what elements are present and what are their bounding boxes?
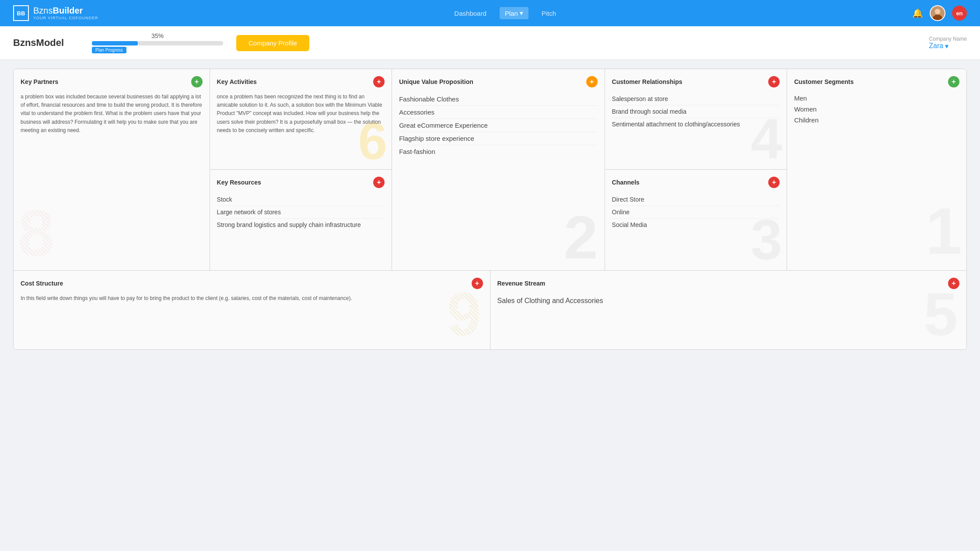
uvp-item-accessories: Accessories bbox=[399, 106, 597, 119]
notification-icon[interactable]: 🔔 bbox=[912, 8, 923, 18]
key-activities-header: Key Activities + bbox=[217, 76, 385, 87]
chevron-down-icon: ▾ bbox=[945, 42, 948, 50]
cs-item-men: Men bbox=[794, 93, 959, 104]
progress-bar-wrap bbox=[92, 41, 223, 45]
key-partners-cell: Key Partners + a problem box was include… bbox=[14, 69, 210, 270]
cr-channels-stack: Customer Relationships + Salesperson at … bbox=[605, 69, 788, 270]
key-activities-cell: Key Activities + once a problem has been… bbox=[210, 69, 392, 170]
revenue-stream-add-button[interactable]: + bbox=[948, 278, 959, 289]
key-partners-header: Key Partners + bbox=[21, 76, 203, 87]
key-resources-item-stores: Large network of stores bbox=[217, 206, 385, 219]
cr-items: Salesperson at store Brand through socia… bbox=[612, 93, 780, 130]
key-partners-body: a problem box was included because sever… bbox=[21, 93, 203, 135]
channels-title: Channels bbox=[612, 179, 640, 186]
uvp-item-fastfashion: Fast-fashion bbox=[399, 145, 597, 158]
progress-label: Plan Progress bbox=[92, 47, 126, 53]
activities-resources-stack: Key Activities + once a problem has been… bbox=[210, 69, 392, 270]
revenue-stream-items: Sales of Clothing and Accessories bbox=[497, 294, 960, 307]
key-resources-title: Key Resources bbox=[217, 179, 261, 186]
logo-text: BznsBuilder bbox=[33, 6, 98, 15]
logo-sub: YOUR VIRTUAL COFOUNDER bbox=[33, 16, 98, 20]
header-bar: BznsModel 35% Plan Progress Company Prof… bbox=[0, 26, 980, 60]
key-partners-add-button[interactable]: + bbox=[191, 76, 203, 87]
bm-top-row: Key Partners + a problem box was include… bbox=[14, 69, 966, 271]
canvas-wrapper: Key Partners + a problem box was include… bbox=[0, 60, 980, 359]
watermark-2: 2 bbox=[564, 207, 598, 268]
nav-pitch[interactable]: Pitch bbox=[537, 7, 560, 19]
uvp-item-fashionable: Fashionable Clothes bbox=[399, 93, 597, 106]
cr-item-social: Brand through social media bbox=[612, 105, 780, 118]
customer-relationships-cell: Customer Relationships + Salesperson at … bbox=[605, 69, 787, 170]
canvas-grid: Key Partners + a problem box was include… bbox=[13, 69, 967, 350]
uvp-items: Fashionable Clothes Accessories Great eC… bbox=[399, 93, 597, 158]
cs-item-children: Children bbox=[794, 115, 959, 126]
navbar-center: Dashboard Plan ▾ Pitch bbox=[450, 7, 560, 19]
uvp-cell: Unique Value Proposition + Fashionable C… bbox=[392, 69, 605, 270]
lang-badge[interactable]: en bbox=[952, 6, 967, 21]
progress-pct: 35% bbox=[92, 32, 223, 39]
page-title: BznsModel bbox=[13, 37, 79, 49]
cr-header: Customer Relationships + bbox=[612, 76, 780, 87]
cs-add-button[interactable]: + bbox=[948, 76, 959, 87]
uvp-header: Unique Value Proposition + bbox=[399, 76, 597, 87]
key-resources-cell: Key Resources + Stock Large network of s… bbox=[210, 170, 392, 270]
uvp-item-ecommerce: Great eCommerce Experience bbox=[399, 119, 597, 132]
nav-dashboard[interactable]: Dashboard bbox=[450, 7, 490, 19]
logo-initials: BB bbox=[13, 5, 29, 21]
cr-item-sentimental: Sentimental attachment to clothing/acces… bbox=[612, 118, 780, 130]
cost-structure-add-button[interactable]: + bbox=[472, 278, 483, 289]
key-activities-body: once a problem has been recognized the n… bbox=[217, 93, 385, 135]
cr-item-salesperson: Salesperson at store bbox=[612, 93, 780, 105]
watermark-8: 8 bbox=[18, 200, 54, 266]
company-name-value[interactable]: Zara ▾ bbox=[929, 42, 967, 50]
avatar[interactable] bbox=[930, 5, 945, 21]
revenue-stream-header: Revenue Stream + bbox=[497, 278, 960, 289]
navbar-right: 🔔 en bbox=[912, 5, 967, 21]
cr-title: Customer Relationships bbox=[612, 78, 682, 85]
key-resources-add-button[interactable]: + bbox=[373, 177, 385, 188]
watermark-9: 9 bbox=[447, 284, 481, 345]
revenue-item-sales: Sales of Clothing and Accessories bbox=[497, 294, 960, 307]
nav-plan[interactable]: Plan ▾ bbox=[500, 7, 528, 19]
channels-item-social: Social Media bbox=[612, 219, 780, 231]
cost-structure-title: Cost Structure bbox=[21, 280, 63, 287]
company-name-label: Company Name bbox=[929, 36, 967, 42]
progress-section: 35% Plan Progress bbox=[92, 32, 223, 53]
channels-item-online: Online bbox=[612, 206, 780, 219]
uvp-add-button[interactable]: + bbox=[586, 76, 598, 87]
progress-bar-fill bbox=[92, 41, 138, 45]
uvp-item-flagship: Flagship store experience bbox=[399, 132, 597, 145]
key-activities-add-button[interactable]: + bbox=[373, 76, 385, 87]
key-activities-title: Key Activities bbox=[217, 78, 257, 85]
revenue-stream-title: Revenue Stream bbox=[497, 280, 546, 287]
bm-bottom-row: Cost Structure + In this field write dow… bbox=[14, 271, 966, 349]
channels-item-direct: Direct Store bbox=[612, 193, 780, 206]
cost-structure-header: Cost Structure + bbox=[21, 278, 483, 289]
uvp-title: Unique Value Proposition bbox=[399, 78, 473, 85]
cost-structure-cell: Cost Structure + In this field write dow… bbox=[14, 271, 490, 349]
navbar-left: BB BznsBuilder YOUR VIRTUAL COFOUNDER bbox=[13, 5, 98, 21]
company-name-section: Company Name Zara ▾ bbox=[929, 36, 967, 50]
cr-add-button[interactable]: + bbox=[768, 76, 780, 87]
cs-header: Customer Segments + bbox=[794, 76, 959, 87]
customer-segments-cell: Customer Segments + Men Women Children 1 bbox=[787, 69, 966, 270]
watermark-5: 5 bbox=[924, 284, 958, 345]
channels-header: Channels + bbox=[612, 177, 780, 188]
cost-structure-body: In this field write down things you will… bbox=[21, 294, 483, 303]
watermark-1: 1 bbox=[926, 198, 962, 264]
channels-items: Direct Store Online Social Media bbox=[612, 193, 780, 231]
revenue-stream-cell: Revenue Stream + Sales of Clothing and A… bbox=[490, 271, 967, 349]
key-resources-items: Stock Large network of stores Strong bra… bbox=[217, 193, 385, 231]
key-resources-header: Key Resources + bbox=[217, 177, 385, 188]
cs-title: Customer Segments bbox=[794, 78, 854, 85]
key-resources-item-logistics: Strong brand logistics and supply chain … bbox=[217, 219, 385, 231]
cs-items: Men Women Children bbox=[794, 93, 959, 126]
key-resources-item-stock: Stock bbox=[217, 193, 385, 206]
channels-cell: Channels + Direct Store Online Social Me… bbox=[605, 170, 787, 270]
cs-item-women: Women bbox=[794, 104, 959, 115]
logo-brand-wrap: BznsBuilder YOUR VIRTUAL COFOUNDER bbox=[33, 6, 98, 20]
key-partners-title: Key Partners bbox=[21, 78, 58, 85]
company-profile-button[interactable]: Company Profile bbox=[236, 35, 309, 51]
svg-point-1 bbox=[935, 9, 940, 14]
channels-add-button[interactable]: + bbox=[768, 177, 780, 188]
